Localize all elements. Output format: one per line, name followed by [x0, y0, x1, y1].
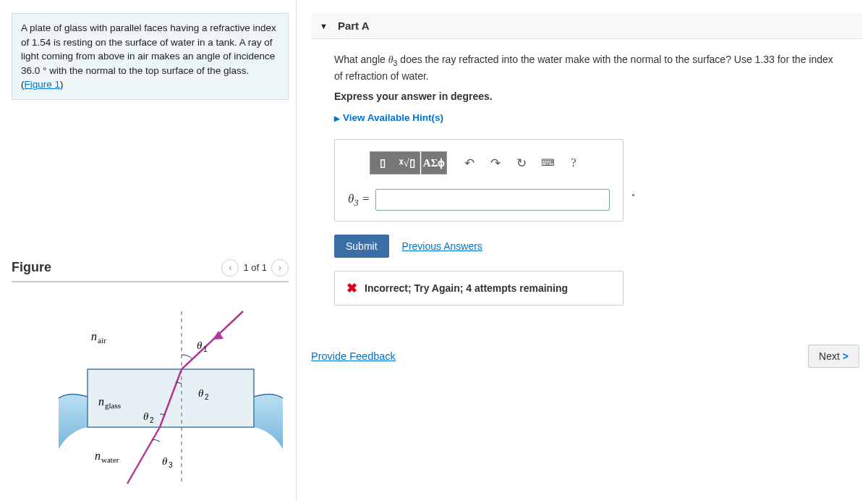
svg-text:θ: θ: [143, 411, 149, 422]
root-tool[interactable]: ᵡ√▯: [395, 152, 420, 174]
part-title: Part A: [338, 20, 370, 32]
figure-prev-button[interactable]: ‹: [221, 259, 239, 277]
answer-instruction: Express your answer in degrees.: [334, 90, 836, 102]
feedback-text: Incorrect; Try Again; 4 attempts remaini…: [365, 282, 568, 294]
svg-line-2: [182, 311, 243, 369]
figure-next-button[interactable]: ›: [271, 259, 289, 277]
submit-button[interactable]: Submit: [334, 235, 389, 258]
undo-button[interactable]: ↶: [457, 152, 482, 174]
svg-text:1: 1: [203, 345, 208, 353]
figure-link[interactable]: Figure 1: [25, 79, 61, 90]
answer-panel: ▯ ᵡ√▯ ΑΣϕ ↶ ↷ ↻ ⌨ ? θ3 =: [334, 139, 624, 222]
incorrect-icon: ✖: [346, 280, 357, 296]
question-text: What angle θ3 does the ray refracted int…: [334, 52, 836, 83]
problem-statement: A plate of glass with parallel faces hav…: [12, 13, 289, 100]
problem-text-end: ): [60, 79, 64, 90]
provide-feedback-link[interactable]: Provide Feedback: [311, 350, 396, 362]
help-button[interactable]: ?: [561, 152, 586, 174]
figure-diagram: n air n glass n water θ1 θ2 θ2 θ3: [12, 304, 289, 494]
figure-page-indicator: 1 of 1: [243, 262, 267, 273]
keyboard-button[interactable]: ⌨: [535, 152, 560, 174]
view-hints-link[interactable]: ▶View Available Hint(s): [334, 112, 836, 123]
greek-tool[interactable]: ΑΣϕ: [422, 152, 446, 174]
redo-button[interactable]: ↷: [483, 152, 508, 174]
figure-title: Figure: [12, 260, 51, 275]
hints-label: View Available Hint(s): [343, 112, 443, 123]
answer-input[interactable]: [375, 189, 610, 211]
reset-button[interactable]: ↻: [509, 152, 534, 174]
svg-text:air: air: [98, 336, 106, 345]
next-button[interactable]: Next >: [808, 345, 859, 368]
svg-text:glass: glass: [105, 401, 121, 410]
svg-text:n: n: [91, 330, 97, 342]
chevron-right-icon: ▶: [334, 114, 340, 122]
equation-toolbar: ▯ ᵡ√▯ ΑΣϕ ↶ ↷ ↻ ⌨ ?: [370, 151, 610, 174]
next-label: Next: [819, 350, 840, 362]
previous-answers-link[interactable]: Previous Answers: [402, 240, 482, 252]
svg-text:2: 2: [205, 393, 209, 401]
svg-text:θ: θ: [197, 340, 203, 351]
svg-text:n: n: [98, 395, 104, 408]
svg-text:water: water: [101, 455, 119, 464]
feedback-message: ✖ Incorrect; Try Again; 4 attempts remai…: [334, 271, 624, 306]
svg-line-5: [127, 427, 160, 484]
svg-text:θ: θ: [198, 387, 204, 399]
chevron-right-icon: >: [843, 350, 848, 362]
svg-text:3: 3: [169, 461, 173, 469]
template-tool[interactable]: ▯: [370, 152, 395, 174]
svg-text:n: n: [95, 450, 101, 462]
figure-pager: ‹ 1 of 1 ›: [221, 259, 289, 277]
answer-variable-label: θ3 =: [348, 192, 370, 209]
part-header[interactable]: ▼ Part A: [311, 13, 862, 39]
refraction-diagram-svg: n air n glass n water θ1 θ2 θ2 θ3: [55, 304, 286, 492]
svg-text:2: 2: [150, 416, 154, 424]
svg-text:θ: θ: [162, 455, 168, 467]
collapse-icon: ▼: [320, 22, 328, 30]
figure-header: Figure ‹ 1 of 1 ›: [12, 259, 289, 282]
degree-unit: ∘: [631, 190, 636, 200]
